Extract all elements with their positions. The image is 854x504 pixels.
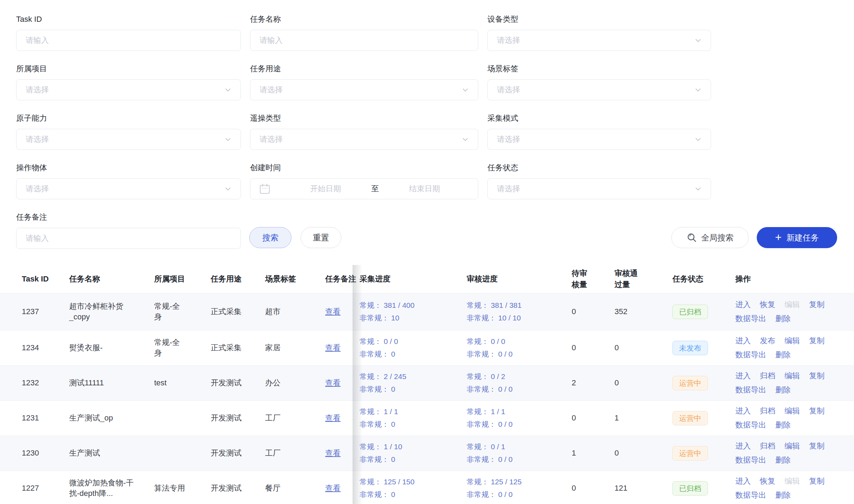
progress-label: 常规：	[360, 337, 382, 345]
chevron-down-icon	[223, 134, 233, 144]
progress-label: 非常规：	[360, 314, 389, 322]
action-link[interactable]: 复制	[809, 440, 825, 452]
action-link[interactable]: 数据导出	[735, 490, 766, 501]
action-link[interactable]: 编辑	[784, 335, 800, 346]
action-link[interactable]: 复制	[809, 476, 825, 487]
progress-value: 0 / 0	[498, 455, 513, 463]
project-select[interactable]: 请选择	[16, 79, 241, 100]
filter-field-collect_mode: 采集模式请选择	[487, 114, 711, 163]
action-link[interactable]: 复制	[809, 370, 825, 382]
column-header-passed: 审核通过量	[615, 265, 672, 293]
action-link[interactable]: 复制	[809, 335, 825, 346]
device_type-select[interactable]: 请选择	[487, 30, 711, 51]
task_purpose-select[interactable]: 请选择	[250, 79, 478, 100]
create-time-range-picker[interactable]: 开始日期至结束日期	[250, 178, 478, 199]
action-link[interactable]: 编辑	[784, 370, 800, 382]
filter-label: 操作物体	[16, 163, 241, 172]
search-icon	[687, 232, 697, 243]
progress-value: 0 / 2	[491, 372, 505, 380]
task_remark-input[interactable]	[16, 228, 241, 249]
column-header-scene: 场景标签	[265, 265, 325, 293]
action-link[interactable]: 删除	[775, 455, 791, 466]
progress-value: 125 / 150	[384, 478, 415, 486]
action-link[interactable]: 发布	[760, 335, 775, 346]
global-search-button[interactable]: 全局搜索	[671, 227, 749, 248]
filter-label: 所属项目	[16, 64, 241, 73]
action-link[interactable]: 编辑	[784, 405, 800, 417]
action-link[interactable]: 编辑	[784, 440, 800, 452]
task_name-input[interactable]	[250, 30, 478, 51]
filter-label: 场景标签	[487, 64, 711, 73]
task_id-input[interactable]	[16, 30, 241, 51]
view-remark-link[interactable]: 查看	[325, 307, 341, 316]
table-row: 1227微波炉加热食物-干扰-depth降...算法专用开发测试餐厅查看常规： …	[0, 471, 854, 504]
atomic_ability-select[interactable]: 请选择	[16, 129, 241, 150]
action-link[interactable]: 复制	[809, 299, 825, 310]
collect_mode-select[interactable]: 请选择	[487, 129, 711, 150]
scene-cell: 超市	[265, 293, 325, 330]
action-link[interactable]: 删除	[775, 490, 791, 501]
status-cell: 运营中	[672, 365, 735, 400]
teleop_type-select[interactable]: 请选择	[250, 129, 478, 150]
filter-field-project: 所属项目请选择	[16, 64, 241, 114]
view-remark-link[interactable]: 查看	[325, 378, 341, 387]
action-link[interactable]: 归档	[760, 440, 775, 452]
project-cell: test	[154, 365, 211, 400]
action-link[interactable]: 删除	[775, 419, 791, 431]
action-link[interactable]: 删除	[775, 349, 791, 360]
table-row: 1237超市冷鲜柜补货_copy常规-全身正式采集超市查看常规： 381 / 4…	[0, 293, 854, 330]
task-name-cell: 生产测试_op	[69, 400, 154, 436]
view-remark-link[interactable]: 查看	[325, 484, 341, 492]
actions-cell: 进入归档编辑复制数据导出删除	[735, 400, 854, 436]
collect-progress-cell: 常规： 381 / 400非常规： 10	[360, 293, 467, 330]
status-badge: 运营中	[672, 376, 708, 390]
action-link[interactable]: 数据导出	[735, 349, 766, 360]
action-link[interactable]: 恢复	[760, 299, 775, 310]
passed-count-cell: 352	[615, 293, 672, 330]
progress-label: 常规：	[360, 372, 382, 380]
search-button[interactable]: 搜索	[249, 227, 291, 248]
column-header-review: 审核进度	[467, 265, 572, 293]
action-link[interactable]: 删除	[775, 384, 791, 396]
collect-progress-cell: 常规： 1 / 10非常规： 0	[360, 436, 467, 471]
purpose-cell: 正式采集	[211, 293, 265, 330]
action-link[interactable]: 数据导出	[735, 384, 766, 396]
view-remark-link[interactable]: 查看	[325, 343, 341, 352]
pending-count-cell: 0	[572, 400, 615, 436]
purpose-cell: 开发测试	[211, 400, 265, 436]
progress-value: 1 / 10	[384, 443, 402, 451]
task_status-select[interactable]: 请选择	[487, 178, 711, 199]
action-link[interactable]: 进入	[735, 476, 751, 487]
actions-cell: 进入恢复编辑复制数据导出删除	[735, 471, 854, 504]
action-link[interactable]: 恢复	[760, 476, 775, 487]
action-link[interactable]: 删除	[775, 313, 791, 324]
action-link[interactable]: 进入	[735, 299, 751, 310]
filter-label: 任务名称	[250, 15, 478, 24]
action-link[interactable]: 进入	[735, 335, 751, 346]
filter-label: 设备类型	[487, 15, 711, 24]
create-task-button[interactable]: + 新建任务	[757, 227, 837, 248]
filter-field-device_type: 设备类型请选择	[487, 15, 711, 64]
filter-field-task_remark: 任务备注	[16, 213, 241, 262]
action-link[interactable]: 归档	[760, 405, 775, 417]
reset-button[interactable]: 重置	[301, 227, 341, 248]
scene_tag-select[interactable]: 请选择	[487, 79, 711, 100]
action-link[interactable]: 数据导出	[735, 455, 766, 466]
view-remark-link[interactable]: 查看	[325, 413, 341, 422]
pending-count-cell: 0	[572, 330, 615, 365]
view-remark-link[interactable]: 查看	[325, 449, 341, 457]
review-progress-cell: 常规： 1 / 1非常规： 0 / 0	[467, 400, 572, 436]
action-link[interactable]: 数据导出	[735, 313, 766, 324]
task-id-cell: 1237	[0, 293, 69, 330]
action-link[interactable]: 复制	[809, 405, 825, 417]
action-link[interactable]: 进入	[735, 405, 751, 417]
column-header-remark: 任务备注	[325, 265, 360, 293]
progress-label: 常规：	[467, 301, 489, 309]
progress-value: 0 / 0	[498, 350, 513, 358]
action-link[interactable]: 数据导出	[735, 419, 766, 431]
action-link[interactable]: 进入	[735, 370, 751, 382]
operate_object-select[interactable]: 请选择	[16, 178, 241, 199]
status-badge: 已归档	[672, 481, 708, 496]
action-link[interactable]: 进入	[735, 440, 751, 452]
action-link[interactable]: 归档	[760, 370, 775, 382]
